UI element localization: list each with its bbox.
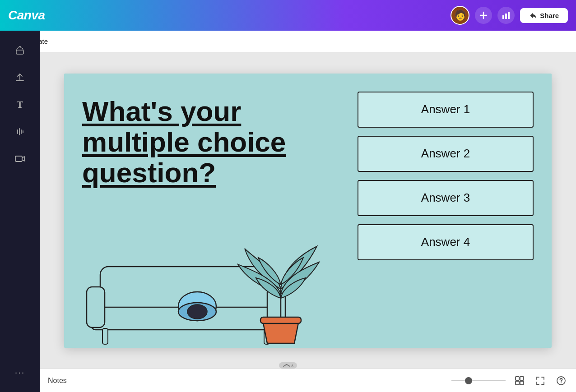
help-icon (556, 376, 566, 386)
chevron-up-icon (283, 364, 291, 367)
avatar[interactable]: 🧑 (451, 6, 469, 25)
answer-1-label: Answer 1 (421, 102, 470, 116)
toolbar: Animate (0, 31, 576, 52)
canvas-area: What's your multiple choice question? An… (40, 52, 576, 369)
svg-rect-22 (520, 381, 524, 385)
answer-3[interactable]: Answer 3 (358, 180, 534, 216)
slide-illustration (78, 221, 339, 348)
answer-2-label: Answer 2 (421, 147, 470, 161)
sidebar-item-elements[interactable] (8, 39, 32, 62)
svg-rect-12 (102, 328, 108, 344)
notes-label[interactable]: Notes (48, 377, 67, 385)
svg-rect-6 (16, 50, 23, 54)
expand-handle[interactable] (279, 362, 297, 369)
canva-logo: Canva (8, 8, 45, 23)
slide-canvas: What's your multiple choice question? An… (64, 74, 552, 348)
share-label: Share (540, 12, 559, 19)
svg-rect-3 (505, 14, 507, 19)
zoom-slider[interactable] (451, 380, 506, 381)
audio-icon (14, 126, 26, 138)
fullscreen-button[interactable] (534, 374, 547, 387)
answers-container: Answer 1 Answer 2 Answer 3 Answer 4 (358, 92, 534, 260)
bottom-right-controls (451, 374, 568, 387)
analytics-button[interactable] (497, 7, 515, 24)
svg-rect-4 (508, 12, 510, 19)
svg-point-24 (561, 382, 562, 383)
elements-icon (14, 45, 26, 56)
expand-icon (535, 376, 545, 386)
app-header: Canva 🧑 Share (0, 0, 576, 31)
add-button[interactable] (475, 7, 492, 24)
svg-rect-19 (516, 377, 519, 380)
left-sidebar: T ··· (0, 31, 40, 392)
answer-3-label: Answer 3 (421, 191, 470, 205)
svg-point-16 (187, 304, 207, 319)
plus-icon (479, 11, 488, 20)
sidebar-item-text[interactable]: T (8, 93, 32, 116)
answer-1[interactable]: Answer 1 (358, 92, 534, 128)
svg-rect-21 (516, 381, 519, 385)
question-text[interactable]: What's your multiple choice question? (82, 96, 299, 189)
svg-rect-17 (260, 317, 301, 323)
svg-rect-20 (520, 377, 524, 380)
answer-2[interactable]: Answer 2 (358, 136, 534, 172)
svg-rect-10 (87, 287, 105, 327)
answer-4-label: Answer 4 (421, 235, 470, 249)
svg-rect-7 (15, 156, 22, 161)
bottom-bar: Notes (40, 369, 576, 392)
zoom-slider-container (451, 380, 506, 381)
chart-icon (502, 11, 511, 20)
more-icon: ··· (15, 367, 25, 378)
share-icon (529, 12, 537, 19)
sidebar-item-video[interactable] (8, 147, 32, 171)
answer-4[interactable]: Answer 4 (358, 224, 534, 260)
upload-icon (14, 72, 26, 83)
sofa-plant-svg (78, 221, 339, 348)
text-icon: T (17, 99, 23, 111)
share-button[interactable]: Share (520, 8, 568, 23)
video-icon (14, 153, 26, 165)
grid-view-button[interactable] (513, 374, 526, 387)
sidebar-item-audio[interactable] (8, 120, 32, 143)
sidebar-item-uploads[interactable] (8, 66, 32, 89)
header-right-controls: 🧑 Share (451, 6, 568, 25)
grid-icon (515, 376, 525, 386)
sidebar-item-more[interactable]: ··· (8, 360, 32, 384)
svg-rect-2 (502, 15, 504, 19)
help-button[interactable] (554, 374, 568, 387)
